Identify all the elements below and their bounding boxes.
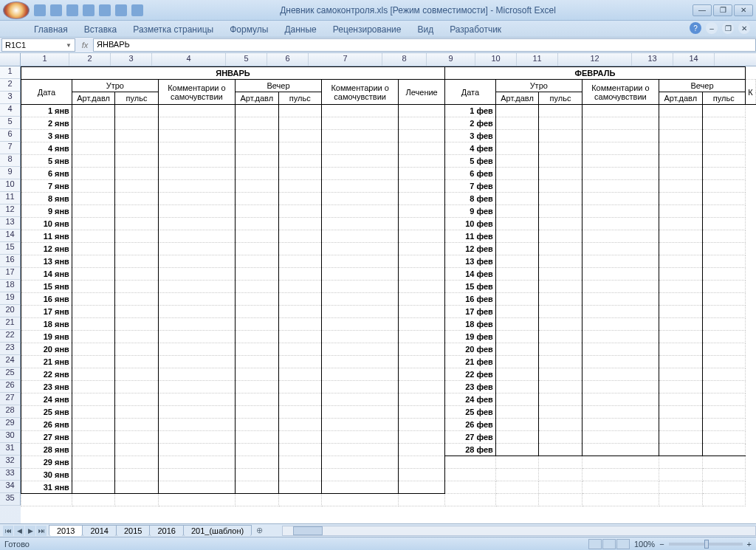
column-header[interactable]: 5 [226,53,267,66]
cell[interactable]: 2 фев [444,117,495,130]
cell[interactable] [582,393,659,406]
cell[interactable] [399,243,445,255]
row-header[interactable]: 23 [0,343,21,355]
new-sheet-icon[interactable]: ⊕ [252,526,267,535]
cell[interactable]: 30 янв [21,469,72,481]
row-header[interactable]: 25 [0,368,21,380]
tab-home[interactable]: Главная [27,22,75,37]
cell[interactable] [236,281,278,293]
cell[interactable] [659,356,702,368]
cell[interactable] [582,381,659,393]
cell[interactable] [278,393,321,406]
column-header[interactable]: 11 [517,53,558,66]
cell[interactable] [158,193,235,205]
cell[interactable] [539,456,582,469]
zoom-thumb[interactable] [704,540,709,549]
cell[interactable] [278,193,321,205]
cell[interactable] [115,469,158,481]
row-header[interactable]: 19 [0,292,21,305]
zoom-value[interactable]: 100% [634,540,655,549]
cell[interactable] [321,343,398,356]
minimize-button[interactable]: — [693,4,712,16]
cell[interactable] [321,130,398,142]
cell[interactable] [115,356,158,368]
cell[interactable] [539,230,582,243]
cell[interactable] [72,130,114,142]
cell[interactable] [158,255,235,268]
cell[interactable] [72,142,114,155]
cell[interactable]: Арт.давл [236,92,278,105]
cell[interactable] [399,155,445,168]
cell[interactable]: 3 янв [21,130,72,142]
cell[interactable]: 5 фев [444,155,495,168]
row-header[interactable]: 3 [0,92,21,104]
cell[interactable] [158,168,235,180]
cell[interactable] [321,155,398,168]
cell[interactable] [115,205,158,218]
cell[interactable] [236,293,278,306]
cell[interactable] [399,393,445,406]
cell[interactable] [158,230,235,243]
cell[interactable] [158,243,235,255]
cell[interactable] [399,406,445,419]
cell[interactable] [539,419,582,431]
cell[interactable] [115,268,158,281]
cell[interactable] [236,105,278,117]
cell[interactable] [72,306,114,318]
cell[interactable] [115,168,158,180]
cell[interactable] [399,494,445,506]
cell[interactable]: Вечер [236,80,322,92]
cell[interactable] [236,481,278,494]
cell[interactable] [399,268,445,281]
cell[interactable] [399,105,445,117]
cell[interactable] [321,281,398,293]
cell[interactable] [659,243,702,255]
cell[interactable] [236,331,278,343]
tab-review[interactable]: Рецензирование [326,22,409,37]
cell[interactable] [539,168,582,180]
row-header[interactable]: 13 [0,217,21,230]
cell[interactable] [278,155,321,168]
cell[interactable] [702,243,745,255]
cell[interactable] [72,481,114,494]
cell[interactable] [115,343,158,356]
cell[interactable] [236,205,278,218]
cell[interactable] [321,105,398,117]
cell[interactable] [236,218,278,230]
sheet-tab[interactable]: 2014 [82,525,116,536]
cell[interactable] [495,444,538,456]
cell[interactable] [236,180,278,193]
cell[interactable] [702,142,745,155]
cell[interactable] [659,393,702,406]
cell[interactable] [278,368,321,381]
column-header[interactable]: 12 [558,53,632,66]
cell[interactable] [158,494,235,506]
cell[interactable] [278,431,321,444]
cell[interactable] [582,117,659,130]
cell[interactable] [539,494,582,506]
cell[interactable] [399,456,445,469]
row-header[interactable]: 16 [0,255,21,267]
cell[interactable] [158,393,235,406]
cell[interactable] [702,494,745,506]
cell[interactable] [72,105,114,117]
cell[interactable]: 9 фев [444,205,495,218]
cell[interactable] [539,293,582,306]
column-header[interactable]: 7 [309,53,382,66]
cell[interactable] [539,368,582,381]
row-header[interactable]: 17 [0,267,21,280]
cell[interactable] [236,356,278,368]
horizontal-scrollbar[interactable] [282,526,756,536]
cell[interactable] [539,268,582,281]
cell[interactable] [659,444,702,456]
row-header[interactable]: 33 [0,468,21,481]
cell[interactable] [702,356,745,368]
qat-save-icon[interactable] [34,4,46,16]
cell[interactable] [582,444,659,456]
ribbon-minimize-icon[interactable]: – [706,22,718,34]
cell[interactable] [158,293,235,306]
cell[interactable] [495,218,538,230]
cell[interactable]: 22 фев [444,368,495,381]
row-header[interactable]: 32 [0,456,21,468]
row-header[interactable]: 7 [0,142,21,154]
